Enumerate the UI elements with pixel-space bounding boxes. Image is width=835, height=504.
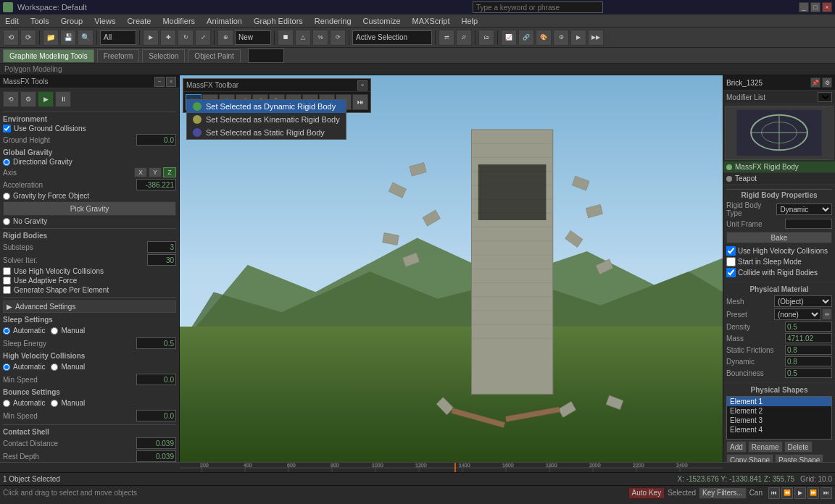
high-vel-checkbox[interactable] [3, 267, 11, 275]
toolbar-render-setup-btn[interactable]: ⚙ [553, 30, 569, 46]
toolbar-btn-3[interactable]: 📁 [43, 30, 59, 46]
toolbar-scale-btn[interactable]: ⤢ [195, 30, 211, 46]
shapes-listbox[interactable]: Element 1 Element 2 Element 3 Element 4 [726, 396, 832, 440]
toolbar-move-btn[interactable]: ✚ [160, 30, 176, 46]
tab-graphite-modeling[interactable]: Graphite Modeling Tools [3, 49, 94, 62]
pm-preset-edit-btn[interactable]: ✏ [822, 308, 832, 320]
timeline-next-btn[interactable]: ⏩ [807, 487, 819, 499]
toolbar-btn-2[interactable]: ⟳ [20, 30, 36, 46]
directional-gravity-radio[interactable] [3, 159, 10, 166]
toolbar-btn-1[interactable]: ⟲ [3, 30, 19, 46]
axis-y-btn[interactable]: Y [149, 167, 162, 177]
use-ground-checkbox[interactable] [3, 125, 11, 133]
massfx-panel-minimize[interactable]: − [154, 77, 165, 87]
toolbar-quickrender-btn[interactable]: ▶▶ [588, 30, 604, 46]
toolbar-render-btn[interactable]: ▶ [570, 30, 586, 46]
toolbar-dropdown-new[interactable]: New [235, 30, 271, 45]
shapes-add-btn[interactable]: Add [726, 441, 747, 453]
toolbar-curve-btn[interactable]: 📈 [501, 30, 517, 46]
no-gravity-radio[interactable] [3, 218, 10, 225]
toolbar-snap-btn[interactable]: 🔲 [278, 30, 294, 46]
menu-customize[interactable]: Customize [361, 17, 403, 25]
bounce-auto-radio[interactable] [3, 400, 10, 407]
toolbar-schematic-btn[interactable]: 🔗 [518, 30, 534, 46]
sleep-auto-radio[interactable] [3, 327, 10, 335]
advanced-settings-header[interactable]: ▶ Advanced Settings [3, 301, 176, 313]
menu-views[interactable]: Views [92, 17, 117, 25]
toolbar-align-btn[interactable]: ⫻ [456, 30, 472, 46]
timeline-end-btn[interactable]: ⏭ [821, 487, 832, 499]
timeline-play-btn[interactable]: ▶ [794, 487, 806, 499]
toolbar-dropdown-mode[interactable]: All [100, 30, 136, 45]
substeps-input[interactable] [147, 241, 176, 253]
toolbar-percent-btn[interactable]: % [312, 30, 328, 46]
massfx-toolbar-close[interactable]: × [357, 80, 367, 91]
rb-hv-checkbox[interactable] [726, 246, 736, 256]
menu-modifiers[interactable]: Modifiers [160, 17, 197, 25]
search-input[interactable] [473, 1, 603, 13]
modifier-dropdown[interactable] [818, 92, 832, 102]
massfx-btn-4[interactable]: ⏸ [55, 91, 71, 107]
menu-group[interactable]: Group [59, 17, 86, 25]
toolbar-ref-coord[interactable]: ⊕ [217, 30, 233, 46]
bounce-manual-radio[interactable] [51, 400, 58, 407]
pm-mesh-select[interactable]: (Object) [774, 295, 832, 307]
menu-animation[interactable]: Animation [204, 17, 244, 25]
minimize-btn[interactable]: _ [799, 2, 809, 12]
autokey-btn[interactable]: Auto Key [628, 487, 665, 499]
shapes-paste-btn[interactable]: Paste Shape [775, 454, 823, 462]
rb-sleep-checkbox[interactable] [726, 257, 736, 266]
rb-type-select[interactable]: Dynamic [776, 203, 832, 215]
pm-dynamic-input[interactable] [785, 356, 832, 366]
pm-density-input[interactable] [785, 322, 832, 332]
menu-graph-editors[interactable]: Graph Editors [252, 17, 305, 25]
sleep-manual-radio[interactable] [51, 327, 58, 335]
shape-item-4[interactable]: Element 4 [727, 425, 831, 434]
shape-item-3[interactable]: Element 3 [727, 416, 831, 425]
acceleration-input[interactable] [136, 179, 176, 190]
viewport[interactable]: MassFX Toolbar × ⬛ ⬡ 🔵 ⚡ 🔶 🔧 ⚙ ▶ ⏹ ⏸ ⏭ [180, 75, 723, 462]
menu-maxscript[interactable]: MAXScript [410, 17, 452, 25]
toolbar-btn-4[interactable]: 💾 [60, 30, 76, 46]
pm-preset-select[interactable]: (none) [774, 308, 821, 320]
rest-depth-input[interactable] [136, 450, 176, 462]
pick-gravity-btn[interactable]: Pick Gravity [3, 201, 176, 216]
toolbar-selection-filter[interactable]: Active Selection [352, 30, 432, 45]
toolbar-btn-5[interactable]: 🔍 [78, 30, 94, 46]
key-filters-btn[interactable]: Key Filters... [699, 487, 747, 499]
mftb-btn-11[interactable]: ⏭ [352, 94, 368, 110]
close-btn[interactable]: × [822, 2, 832, 12]
rp-pin-btn[interactable]: 📌 [810, 77, 821, 88]
axis-z-btn[interactable]: Z [163, 167, 176, 177]
shapes-delete-btn[interactable]: Delete [784, 441, 813, 453]
maximize-btn[interactable]: □ [810, 2, 821, 12]
shape-item-2[interactable]: Element 2 [727, 406, 831, 416]
massfx-btn-3[interactable]: ▶ [38, 91, 54, 107]
bake-btn[interactable]: Bake [726, 232, 832, 243]
toolbar-material-btn[interactable]: 🎨 [536, 30, 552, 46]
pm-bounce-input[interactable] [785, 368, 832, 378]
solver-input[interactable] [147, 254, 176, 266]
toolbar-angle-btn[interactable]: △ [295, 30, 311, 46]
toolbar-mirror-btn[interactable]: ⇌ [439, 30, 454, 46]
toolbar-spinner-btn[interactable]: ⟳ [330, 30, 346, 46]
adaptive-force-checkbox[interactable] [3, 277, 11, 285]
toolbar-layers-btn[interactable]: 🗂 [478, 30, 494, 46]
force-gravity-radio[interactable] [3, 193, 10, 200]
rp-settings-btn[interactable]: ⚙ [822, 77, 832, 88]
gen-shape-checkbox[interactable] [3, 286, 11, 294]
toolbar-rotate-btn[interactable]: ↻ [178, 30, 194, 46]
toolbar-select-btn[interactable]: ▶ [143, 30, 159, 46]
menu-create[interactable]: Create [125, 17, 153, 25]
menu-edit[interactable]: Edit [3, 17, 21, 25]
menu-help[interactable]: Help [460, 17, 481, 25]
ground-height-input[interactable] [136, 134, 176, 146]
modifier-massfx[interactable]: MassFX Rigid Body [723, 161, 835, 173]
timeline-prev-btn[interactable]: ⏪ [781, 487, 793, 499]
menu-rendering[interactable]: Rendering [312, 17, 354, 25]
shape-item-1[interactable]: Element 1 [727, 397, 831, 406]
massfx-btn-2[interactable]: ⚙ [20, 91, 36, 107]
pm-mass-input[interactable] [785, 333, 832, 343]
sleep-energy-input[interactable] [136, 337, 176, 349]
massfx-panel-close[interactable]: × [166, 77, 176, 87]
